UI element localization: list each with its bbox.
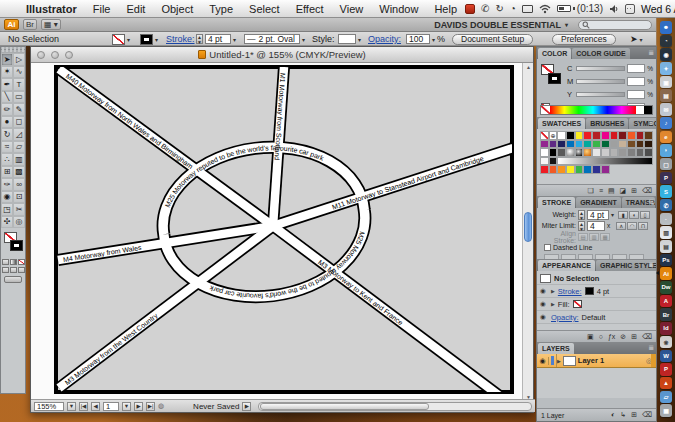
horizontal-scrollbar[interactable] (258, 402, 532, 411)
swatch-options-icon[interactable]: ▤ (608, 187, 615, 195)
phone-menu-icon[interactable]: ✆ (481, 3, 489, 15)
vertical-scrollbar[interactable]: ▲ ▼ (522, 63, 533, 401)
stroke-weight-stepper[interactable]: ▲▼ (196, 34, 203, 44)
tab-color[interactable]: COLOR (538, 48, 571, 59)
go-to-bridge-button[interactable]: Br (23, 19, 37, 30)
type-tool[interactable]: T (13, 78, 25, 91)
gradient-mode-button[interactable] (10, 259, 17, 265)
add-new-fill-icon[interactable]: ○ (599, 333, 603, 341)
third-party-menu-icon[interactable] (465, 4, 475, 14)
swatch-ffffff[interactable] (540, 148, 549, 157)
stroke-color-control[interactable]: ▾ (140, 32, 158, 46)
menu-clock[interactable]: Wed 6 Apr 07:05 (641, 3, 675, 15)
swatch-e6e6e6[interactable] (592, 148, 601, 157)
appearance-opacity-link[interactable]: Opacity: (551, 313, 579, 322)
swatch-603a17[interactable] (644, 131, 653, 140)
join-round-icon[interactable]: ◠ (627, 222, 637, 230)
swatch-808080[interactable] (627, 148, 636, 157)
hand-tool[interactable]: ✣ (1, 216, 13, 229)
swatch-ec008c[interactable] (601, 131, 610, 140)
swatch-d5181f[interactable] (610, 131, 619, 140)
dock-dreamweaver[interactable]: Dw (660, 281, 673, 294)
scroll-up-arrow[interactable]: ▲ (523, 64, 534, 70)
swatch-gradient-black[interactable] (575, 148, 584, 157)
live-paint-selection-tool[interactable]: ⊡ (13, 191, 25, 204)
symbol-sprayer-tool[interactable]: ∴ (1, 153, 13, 166)
menu-view[interactable]: View (332, 3, 372, 15)
cap-butt-icon[interactable]: ▮ (618, 211, 628, 219)
artwork[interactable]: M40 Motorway from North Wales and Birmin… (31, 63, 524, 401)
last-artboard-button[interactable]: ▶| (146, 402, 155, 411)
channel-slider-y[interactable] (576, 92, 625, 97)
swatch-c7b299[interactable] (618, 140, 627, 149)
new-swatch-icon[interactable]: ⊞ (631, 187, 637, 195)
swatch-2e3192[interactable] (592, 165, 601, 174)
opacity-panel-link[interactable]: Opacity: (368, 32, 401, 46)
stroke-panel-menu-icon[interactable]: ≣ (648, 198, 654, 206)
expand-icon[interactable]: ▶ (551, 288, 555, 294)
menu-edit[interactable]: Edit (118, 3, 153, 15)
draw-behind-button[interactable] (10, 267, 17, 273)
swatch-libraries-icon[interactable]: ❏ (588, 187, 594, 195)
zoom-tool[interactable]: ◎ (13, 216, 25, 229)
swatch-ed1c24[interactable] (540, 165, 549, 174)
spectrum-gradient[interactable] (550, 106, 636, 114)
swatch-29abe2[interactable] (575, 140, 584, 149)
new-layer-icon[interactable]: ⊞ (631, 411, 637, 419)
layer-edit-column[interactable] (549, 354, 557, 367)
canvas[interactable]: M40 Motorway from North Wales and Birmin… (31, 63, 524, 401)
tab-stroke[interactable]: STROKE (538, 197, 575, 208)
dock-dashboard[interactable]: ◉ (660, 48, 673, 61)
rectangle-tool[interactable]: ▭ (13, 91, 25, 104)
miter-stepper[interactable]: ▲▼ (578, 221, 585, 231)
color-stroke-black[interactable] (548, 73, 561, 84)
scale-tool[interactable]: ◿ (13, 128, 25, 141)
paintbrush-tool[interactable]: ✏ (1, 103, 13, 116)
add-effect-icon[interactable]: ƒx (608, 333, 615, 341)
color-spectrum-bar[interactable] (540, 105, 653, 115)
cap-round-icon[interactable]: ◖ (629, 211, 639, 219)
graph-tool[interactable]: ▥ (13, 153, 25, 166)
dock-itunes[interactable]: ♪ (660, 117, 673, 130)
dock-widget-app[interactable]: · (660, 213, 673, 226)
appearance-stroke-link[interactable]: Stroke: (558, 287, 582, 296)
line-segment-tool[interactable]: ╲ (1, 91, 13, 104)
tab-gradient[interactable]: GRADIENT (576, 197, 621, 208)
swatch-gradient-strip[interactable] (557, 157, 653, 166)
clear-appearance-icon[interactable]: ⊘ (620, 333, 626, 341)
rotate-tool[interactable]: ↻ (1, 128, 13, 141)
menu-type[interactable]: Type (201, 3, 241, 15)
dock-photoshop[interactable]: Ps (660, 254, 673, 267)
swatch-999999[interactable] (618, 148, 627, 157)
swatch-39b54a[interactable] (592, 140, 601, 149)
swatch-7c1419[interactable] (618, 131, 627, 140)
fill-color-control[interactable]: ▾ (112, 32, 130, 46)
color-fill-stroke-proxy[interactable] (541, 64, 563, 86)
stroke-weight-value[interactable]: 4 pt (205, 34, 231, 44)
spectrum-black-swatch[interactable] (644, 106, 652, 114)
dock-entourage[interactable]: e (660, 131, 673, 144)
eye-icon[interactable]: ◉ (540, 287, 548, 295)
stroke-weight-control[interactable]: ▲▼ 4 pt ▾ (196, 32, 236, 46)
eye-icon[interactable]: ◉ (540, 300, 548, 308)
lasso-tool[interactable]: ∿ (13, 66, 25, 79)
artboard-tool[interactable]: ◳ (1, 203, 13, 216)
layer-visibility-icon[interactable]: ◉ (537, 357, 549, 365)
expand-icon[interactable]: ▶ (551, 301, 555, 307)
cap-projecting-icon[interactable]: ▯ (640, 211, 650, 219)
appearance-opacity-row[interactable]: ◉ Opacity: Default (537, 311, 656, 324)
dock-pages-doc[interactable]: ▤ (660, 240, 673, 253)
swatch-4d2c12[interactable] (636, 140, 645, 149)
direct-selection-tool[interactable]: ▷ (13, 53, 25, 66)
channel-value-y[interactable] (627, 90, 645, 99)
tab-brushes[interactable]: BRUSHES (586, 118, 628, 129)
opacity-control[interactable]: 100 ▾ % (406, 32, 445, 46)
dock-skype[interactable]: S (660, 185, 673, 198)
dock-trash[interactable]: ▦ (660, 404, 673, 417)
join-bevel-icon[interactable]: ⊓ (638, 222, 648, 230)
channel-slider-m[interactable] (576, 79, 625, 84)
swatch-f7931e[interactable] (557, 165, 566, 174)
new-sublayer-icon[interactable]: ↳ (620, 411, 626, 419)
slice-tool[interactable]: ✂ (13, 203, 25, 216)
style-dropdown[interactable]: ▾ (338, 32, 361, 46)
